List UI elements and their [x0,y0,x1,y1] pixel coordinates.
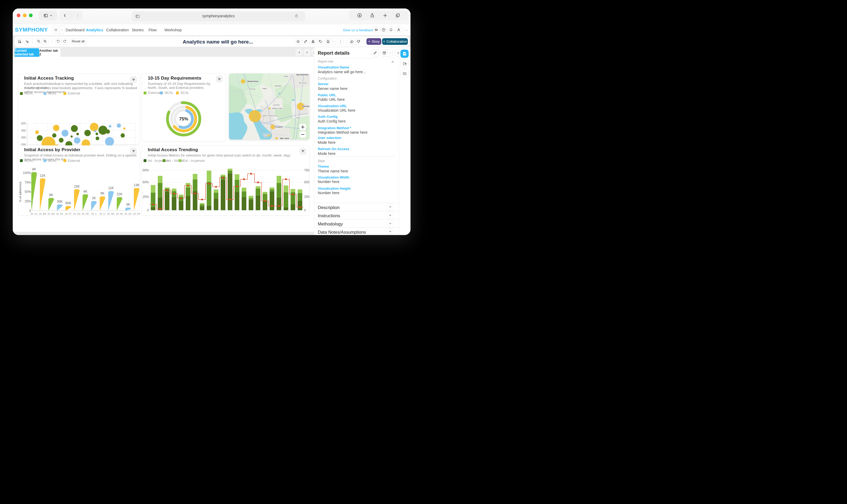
svg-text:75%: 75% [25,180,31,184]
svg-text:4K: 4K [32,167,36,171]
svg-text:2K: 2K [92,196,96,200]
svg-text:400: 400 [21,129,26,132]
svg-text:30K: 30K [57,199,63,203]
svg-text:50%: 50% [142,180,149,184]
svg-text:100%: 100% [23,171,31,175]
svg-text:13K: 13K [134,183,140,187]
svg-text:Davis: Davis [284,75,288,77]
svg-text:Tracy: Tracy [296,116,300,119]
svg-text:San Francisco: San Francisco [262,114,278,117]
svg-text:Sacramento: Sacramento [296,73,308,76]
svg-text:Dr. Ee: Dr. Ee [56,212,63,215]
svg-text:% of adherence: % of adherence [19,181,22,202]
svg-text:View: View [264,135,268,137]
svg-text:25%: 25% [142,195,149,198]
svg-text:Stockton: Stockton [302,105,310,107]
svg-text:Dr. DD: Dr. DD [48,212,55,215]
svg-text:25%: 25% [25,199,31,203]
svg-text:Santa Rosa: Santa Rosa [247,80,259,83]
svg-text:50%: 50% [25,190,31,194]
svg-text:0: 0 [29,209,31,213]
svg-text:11K: 11K [40,174,46,177]
svg-text:Dr. Ii: Dr. Ii [91,212,96,215]
svg-text:75%: 75% [179,116,188,122]
svg-text:23K: 23K [74,184,80,188]
svg-text:250K: 250K [304,195,310,198]
svg-text:Fremont: Fremont [275,126,283,128]
svg-text:8K: 8K [49,193,53,197]
svg-text:0: 0 [147,208,149,212]
svg-text:750K: 750K [304,168,310,172]
svg-text:11K: 11K [108,186,114,190]
svg-text:22K: 22K [117,192,123,196]
svg-text:Napa: Napa [262,88,267,90]
svg-text:500K: 500K [304,180,310,184]
svg-text:Sonoma: Sonoma [249,88,255,90]
svg-text:50K: 50K [65,201,71,205]
svg-text:Dr. Gg: Dr. Gg [73,212,80,215]
svg-text:Concord: Concord [273,104,279,106]
svg-text:Mountain: Mountain [263,134,270,135]
svg-text:0: 0 [304,208,306,212]
svg-text:Walnut Creek: Walnut Creek [272,107,283,109]
svg-text:500: 500 [21,122,26,125]
svg-text:Dr. Ll: Dr. Ll [100,212,105,215]
svg-text:San Jose: San Jose [280,137,289,140]
svg-text:Dr. Hh: Dr. Hh [82,212,89,215]
svg-text:4K: 4K [83,190,88,193]
svg-text:Dr. BB: Dr. BB [39,212,46,215]
svg-text:3K: 3K [126,203,130,206]
svg-text:9K: 9K [100,192,105,195]
svg-text:Dr. Mn: Dr. Mn [107,212,114,215]
svg-text:Vacaville: Vacaville [275,85,281,87]
svg-text:Dr. AA: Dr. AA [31,212,38,215]
svg-text:Dr. Nn: Dr. Nn [116,212,123,215]
svg-text:Dr. Oo: Dr. Oo [125,212,131,215]
svg-text:300: 300 [21,136,26,139]
svg-text:Elk Grove: Elk Grove [299,82,307,84]
svg-text:Dr. Pp: Dr. Pp [133,212,140,215]
svg-text:100%: 100% [142,168,149,172]
svg-text:Dr. Ff: Dr. Ff [65,212,71,215]
